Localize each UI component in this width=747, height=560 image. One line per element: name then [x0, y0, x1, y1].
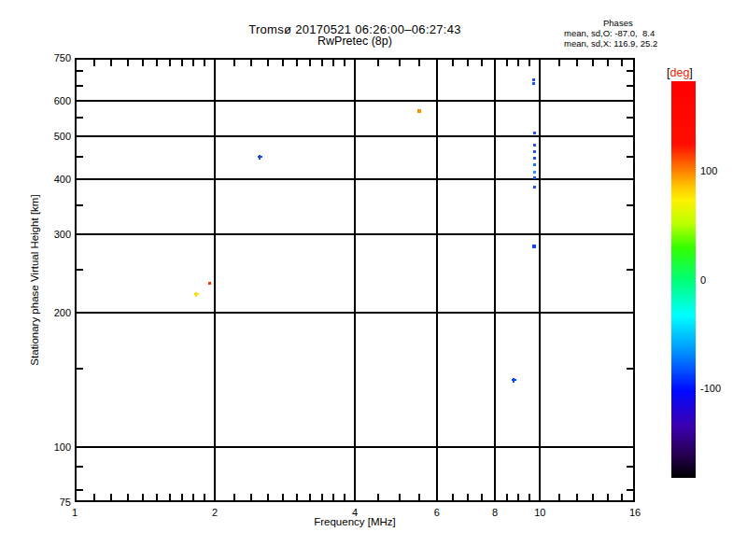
x-gridline: [539, 58, 541, 502]
colorbar-tick-label: -100: [700, 383, 741, 395]
y-tick-label: 400: [28, 173, 71, 186]
y-tick-label: 100: [28, 441, 71, 454]
x-minor-tick: [127, 60, 129, 66]
y-minor-tick: [627, 368, 633, 370]
x-minor-tick: [344, 60, 345, 66]
x-minor-tick: [192, 494, 194, 500]
x-minor-tick: [204, 60, 205, 66]
x-gridline: [354, 58, 356, 502]
colorbar-tick-label: 100: [700, 165, 741, 177]
x-minor-tick: [267, 60, 269, 66]
x-minor-tick: [250, 494, 252, 500]
y-minor-tick: [77, 489, 83, 491]
y-gridline: [75, 233, 635, 235]
data-point: [208, 282, 211, 285]
colorbar-title-unit: deg: [669, 66, 689, 79]
x-minor-tick: [204, 494, 205, 500]
x-minor-tick: [576, 60, 578, 66]
y-gridline: [75, 178, 635, 180]
y-tick-label: 750: [28, 51, 71, 64]
x-minor-tick: [418, 494, 420, 500]
y-gridline: [75, 135, 635, 137]
phase-stats-x-mode: mean, sd,X: 116.9, 25.2: [564, 38, 723, 49]
y-minor-tick: [77, 466, 83, 468]
x-minor-tick: [142, 494, 144, 500]
y-gridline: [75, 100, 635, 102]
x-minor-tick: [621, 60, 623, 66]
x-minor-tick: [607, 494, 609, 500]
y-minor-tick: [77, 156, 83, 158]
y-minor-tick: [627, 466, 633, 468]
data-point: [533, 171, 536, 174]
x-minor-tick: [267, 494, 269, 500]
y-minor-tick: [77, 269, 83, 271]
phase-stats-o-mode: mean, sd,O: -87.0, 8.4: [564, 28, 723, 38]
x-minor-tick: [607, 60, 609, 66]
y-minor-tick: [627, 117, 633, 119]
x-minor-tick: [169, 494, 171, 500]
data-point: [533, 150, 536, 153]
y-axis-label: Stationary phase Virtual Height [km]: [29, 194, 40, 365]
x-minor-tick: [110, 60, 112, 66]
y-gridline: [75, 312, 635, 314]
y-minor-tick: [627, 85, 633, 87]
y-minor-tick: [627, 156, 633, 158]
x-minor-tick: [309, 494, 311, 500]
x-minor-tick: [517, 60, 519, 66]
data-point: [533, 186, 536, 189]
x-gridline: [494, 58, 496, 502]
data-point: [533, 144, 536, 147]
colorbar-tick-label: 0: [700, 274, 741, 287]
colorbar-title-bracket: ]: [689, 66, 692, 79]
data-point: [532, 245, 536, 248]
y-minor-tick: [627, 204, 633, 206]
x-minor-tick: [506, 494, 508, 500]
x-minor-tick: [452, 60, 454, 66]
x-minor-tick: [156, 494, 158, 500]
y-minor-tick: [77, 368, 83, 370]
x-axis-label: Frequency [MHz]: [75, 516, 635, 527]
x-minor-tick: [529, 494, 530, 500]
data-point: [194, 292, 199, 297]
x-minor-tick: [558, 60, 560, 66]
x-minor-tick: [233, 60, 235, 66]
x-minor-tick: [377, 494, 379, 500]
x-minor-tick: [169, 60, 171, 66]
x-minor-tick: [467, 60, 469, 66]
x-minor-tick: [481, 494, 483, 500]
x-minor-tick: [418, 60, 420, 66]
x-minor-tick: [377, 60, 379, 66]
y-tick-label: 500: [28, 130, 71, 143]
y-minor-tick: [627, 269, 633, 271]
data-point: [532, 78, 535, 81]
y-tick-label: 600: [28, 94, 71, 107]
x-minor-tick: [332, 60, 334, 66]
x-gridline: [436, 58, 438, 502]
y-gridline: [75, 446, 635, 448]
x-minor-tick: [110, 494, 112, 500]
x-minor-tick: [296, 494, 298, 500]
data-point: [533, 132, 536, 134]
data-point: [512, 378, 516, 383]
x-minor-tick: [452, 494, 454, 500]
x-minor-tick: [321, 494, 323, 500]
x-minor-tick: [93, 60, 95, 66]
plot-subtitle: RwPretec (8p): [75, 35, 635, 48]
x-minor-tick: [296, 60, 298, 66]
y-minor-tick: [627, 70, 633, 72]
phase-stats: Phases mean, sd,O: -87.0, 8.4 mean, sd,X…: [564, 18, 723, 49]
x-minor-tick: [156, 60, 158, 66]
x-minor-tick: [127, 494, 129, 500]
x-minor-tick: [93, 494, 95, 500]
x-minor-tick: [233, 494, 235, 500]
x-minor-tick: [399, 494, 401, 500]
x-minor-tick: [592, 494, 594, 500]
x-minor-tick: [282, 494, 284, 500]
x-minor-tick: [621, 494, 623, 500]
colorbar-gradient: [671, 81, 696, 478]
x-minor-tick: [399, 60, 401, 66]
x-minor-tick: [467, 494, 469, 500]
y-minor-tick: [77, 85, 83, 87]
colorbar-title: [deg]: [667, 66, 693, 79]
x-minor-tick: [592, 60, 594, 66]
